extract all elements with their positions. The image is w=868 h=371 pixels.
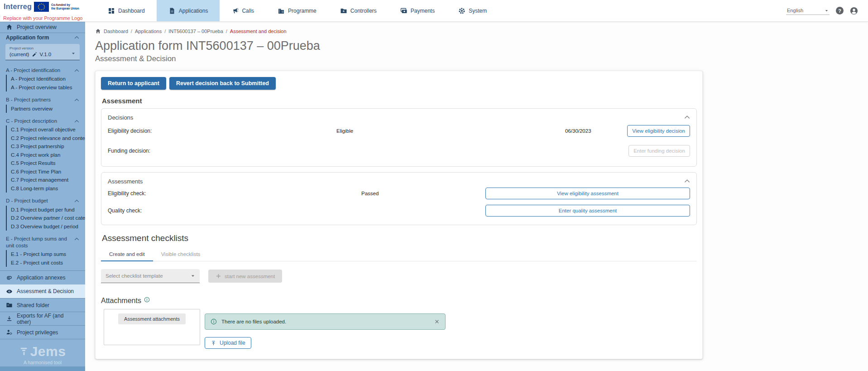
sidebar-item-c4[interactable]: C.4 Project work plan <box>11 151 85 159</box>
system-icon <box>458 7 465 14</box>
attachments-tree: Assessment attachments <box>104 309 200 345</box>
assessment-attachments-node[interactable]: Assessment attachments <box>118 313 186 324</box>
nav-item-programme[interactable]: Programme <box>266 0 328 21</box>
revert-decision-button[interactable]: Revert decision back to Submitted <box>169 77 276 90</box>
breadcrumb-dashboard[interactable]: Dashboard <box>104 29 128 34</box>
sidebar-item-partners-overview[interactable]: Partners overview <box>11 105 85 113</box>
tab-create-and-edit[interactable]: Create and edit <box>101 247 153 261</box>
decisions-title: Decisions <box>108 114 690 121</box>
sidebar-item-c3[interactable]: C.3 Project partnership <box>11 142 85 151</box>
navbar-right-controls: English ? <box>786 0 868 21</box>
chevron-up-icon <box>74 68 79 73</box>
row-label: Eligibility decision: <box>108 128 336 134</box>
jems-tagline: A harmonised tool <box>0 360 85 365</box>
sidebar-item-c8[interactable]: C.8 Long-term plans <box>11 184 85 193</box>
section-a-header[interactable]: A - Project identification <box>0 66 85 75</box>
nav-item-dashboard[interactable]: Dashboard <box>96 0 157 21</box>
assessment-card: Return to applicant Revert decision back… <box>95 71 703 359</box>
chevron-up-icon <box>74 97 79 102</box>
assessment-heading: Assessment <box>102 97 696 105</box>
sidebar-item-a-identification[interactable]: A - Project Identification <box>11 75 85 83</box>
chevron-down-icon <box>71 51 76 56</box>
sidebar-item-c6[interactable]: C.6 Project Time Plan <box>11 168 85 176</box>
collapse-chevron-icon[interactable] <box>684 114 690 120</box>
sidebar-section-d: D - Project budget D.1 Project budget pe… <box>0 196 85 231</box>
close-icon[interactable] <box>434 319 440 324</box>
jems-footer-band <box>0 366 85 371</box>
section-b-header[interactable]: B - Project partners <box>0 95 85 104</box>
chevron-down-icon <box>825 9 829 13</box>
breadcrumb-project[interactable]: INT5600137 – 00Prueba <box>168 29 223 34</box>
checklists-heading: Assessment checklists <box>102 233 696 243</box>
page-title: Application form INT5600137 – 00Prueba <box>95 39 868 53</box>
nav-item-controllers[interactable]: Controllers <box>328 0 388 21</box>
info-icon <box>211 318 217 325</box>
enter-funding-decision-button[interactable]: Enter funding decision <box>628 145 690 157</box>
help-icon[interactable]: ? <box>836 7 844 14</box>
top-navbar: Interreg Co-funded by the European Union… <box>0 0 868 22</box>
return-to-applicant-button[interactable]: Return to applicant <box>101 77 166 90</box>
sidebar-section-e: E - Project lump sums and unit costs E.1… <box>0 234 85 267</box>
funding-decision-row: Funding decision: Enter funding decision <box>108 141 690 161</box>
sidebar-item-exports[interactable]: Exports for AF (and other) <box>0 312 85 325</box>
nav-item-applications[interactable]: Applications <box>157 0 220 21</box>
eligibility-check-row: Eligibility check: Passed View eligibili… <box>108 185 690 202</box>
quality-check-row: Quality check: Enter quality assessment <box>108 202 690 219</box>
section-e-header[interactable]: E - Project lump sums and unit costs <box>0 234 85 250</box>
checklist-template-select[interactable]: Select checklist template <box>101 269 200 283</box>
section-c-header[interactable]: C - Project description <box>0 116 85 125</box>
decisions-panel: Decisions Eligibility decision: Eligible… <box>101 108 697 167</box>
home-icon[interactable] <box>95 28 101 34</box>
sidebar-item-d1[interactable]: D.1 Project budget per fund <box>11 206 85 214</box>
account-icon[interactable] <box>850 7 858 15</box>
nav-item-payments[interactable]: Payments <box>388 0 446 21</box>
sidebar-item-c2[interactable]: C.2 Project relevance and context <box>11 134 85 143</box>
sidebar-item-e1[interactable]: E.1 - Project lump sums <box>11 250 85 259</box>
chevron-up-icon <box>74 35 79 40</box>
sidebar-item-project-privileges[interactable]: Project privileges <box>0 325 85 339</box>
page-subtitle: Assessment & Decision <box>95 54 868 63</box>
sidebar-section-a: A - Project identification A - Project I… <box>0 66 85 92</box>
breadcrumb-applications[interactable]: Applications <box>135 29 162 34</box>
view-eligibility-decision-button[interactable]: View eligibility decision <box>627 125 690 137</box>
enter-quality-assessment-button[interactable]: Enter quality assessment <box>485 205 690 217</box>
eligibility-check-value: Passed <box>361 191 485 196</box>
plus-icon <box>216 273 221 279</box>
application-form-header[interactable]: Application form <box>0 33 85 42</box>
sidebar-item-a-overview-tables[interactable]: A - Project overview tables <box>11 83 85 92</box>
sidebar-item-c5[interactable]: C.5 Project Results <box>11 159 85 168</box>
calls-icon <box>231 7 239 14</box>
start-new-assessment-button[interactable]: start new assessment <box>208 270 282 283</box>
payments-icon <box>400 7 408 14</box>
jems-application: Interreg Co-funded by the European Union… <box>0 0 868 371</box>
sidebar-item-c1[interactable]: C.1 Project overall objective <box>11 125 85 134</box>
tab-visible-checklists[interactable]: Visible checklists <box>153 247 209 261</box>
info-icon[interactable] <box>144 297 150 303</box>
nav-item-calls[interactable]: Calls <box>220 0 266 21</box>
main-nav: Dashboard Applications Calls <box>96 0 499 21</box>
jems-logo-text: Jems <box>30 344 66 359</box>
visibility-icon <box>6 288 13 295</box>
upload-file-button[interactable]: Upload file <box>205 337 251 349</box>
project-version-select[interactable]: Project version (current) V.1.0 <box>5 44 80 60</box>
sidebar-item-shared-folder[interactable]: Shared folder <box>0 298 85 312</box>
checklist-controls: Select checklist template start new asse… <box>101 269 697 283</box>
sidebar-item-c7[interactable]: C.7 Project management <box>11 176 85 184</box>
view-eligibility-assessment-button[interactable]: View eligibility assessment <box>485 188 690 199</box>
jems-branding: Jems A harmonised tool <box>0 339 85 371</box>
attachments-heading: Attachments <box>101 297 697 305</box>
sidebar-item-d2[interactable]: D.2 Overview partner / cost category <box>11 214 85 222</box>
section-d-header[interactable]: D - Project budget <box>0 196 85 205</box>
sidebar-item-e2[interactable]: E.2 - Project unit costs <box>11 259 85 267</box>
sidebar-item-d3[interactable]: D.3 Overview budget / period <box>11 222 85 231</box>
collapse-chevron-icon[interactable] <box>684 178 690 184</box>
main-content: Dashboard / Applications / INT5600137 – … <box>85 22 868 371</box>
sidebar-item-project-overview[interactable]: Project overview <box>0 22 85 33</box>
sidebar-item-assessment-decision[interactable]: Assessment & Decision <box>0 284 85 298</box>
folder-icon <box>6 302 13 308</box>
sidebar-section-b: B - Project partners Partners overview <box>0 95 85 113</box>
language-select[interactable]: English <box>786 6 830 15</box>
sidebar-item-application-annexes[interactable]: Application annexes <box>0 271 85 284</box>
controllers-icon <box>340 7 347 14</box>
nav-item-system[interactable]: System <box>446 0 499 21</box>
